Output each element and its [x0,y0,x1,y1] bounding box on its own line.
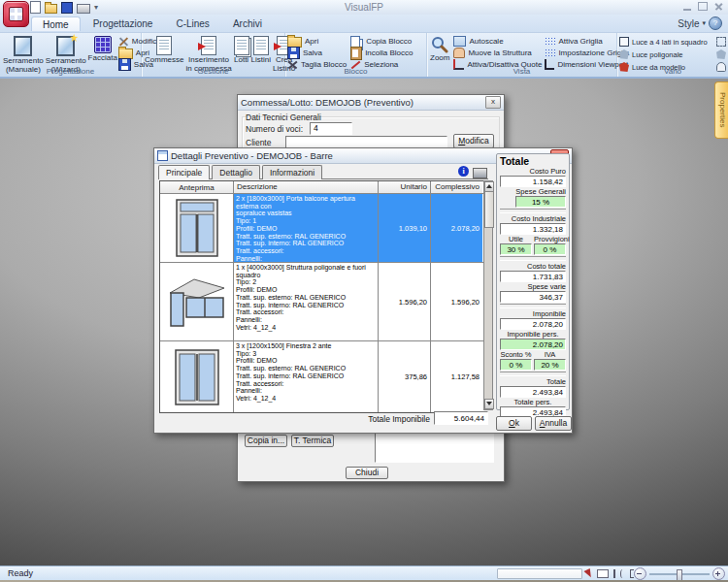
table-scrollbar[interactable] [483,180,493,410]
table-row[interactable]: 3 x [1200x1500] Finestra 2 ante Tipo: 3 … [160,341,484,412]
window-buttons [683,2,723,11]
lotti-button[interactable]: Lotti [233,35,250,65]
sconto-label: Sconto % [500,350,532,359]
snap-icon[interactable] [597,569,609,578]
modifica-dialog-button[interactable]: Modifica [453,134,494,148]
annulla-button[interactable]: Annulla [535,416,572,431]
scrollbar-thumb[interactable] [484,191,494,228]
minimize-icon[interactable] [683,9,691,11]
incolla-blocco-button[interactable]: Incolla Blocco [350,48,413,58]
row-preview-cell [160,263,234,340]
ibeam-icon[interactable] [613,569,615,578]
costo-totale-field: 1.731,83 [500,271,566,282]
window-wizard-icon [56,36,75,56]
commesse-button[interactable]: Commesse [144,35,184,65]
properties-side-tab[interactable]: Properties [714,81,728,139]
commessa-close-button[interactable]: x [485,96,501,109]
zoom-slider-thumb[interactable] [677,569,682,581]
style-dropdown[interactable]: Style ▾ ? [678,16,722,30]
polygon-variant-icon[interactable] [716,49,726,59]
pointer-icon[interactable] [583,567,593,578]
zoom-in-icon[interactable] [712,567,725,580]
provvigioni-field[interactable]: 0 % [534,243,566,255]
blocco-salva-button[interactable]: Salva [287,48,347,58]
tab-home[interactable]: Home [31,16,81,31]
save-icon[interactable] [61,2,73,14]
zoom-slider-track[interactable] [649,573,710,575]
zoom-button[interactable]: Zoom [429,35,450,63]
header-unitario[interactable]: Unitario [379,181,431,193]
tab-dettaglio[interactable]: Dettaglio [212,165,260,179]
header-anteprima[interactable]: Anteprima [160,181,234,193]
utile-field[interactable]: 30 % [500,243,532,255]
sconto-field[interactable]: 0 % [500,359,532,371]
pricelist-icon [253,36,269,55]
polygon-opening-icon [619,49,629,59]
spese-generali-field[interactable]: 15 % [515,196,566,208]
info-icon[interactable]: i [458,166,469,177]
totale-imponibile-value: 5.604,44 [434,411,488,425]
totale-panel: Totale Costo Puro 1.158,42 Spese General… [496,153,570,410]
arc-mode-icon[interactable] [620,569,625,578]
listini-button[interactable]: Listini [250,35,272,65]
tools-icon [118,36,129,47]
tab-c-lines[interactable]: C-Lines [165,16,219,31]
scroll-down-icon[interactable] [484,399,494,409]
help-icon[interactable]: ? [709,16,722,30]
close-window-icon[interactable] [714,2,723,11]
note-textarea[interactable] [375,432,494,463]
tab-principale[interactable]: Principale [158,165,210,179]
tab-progettazione[interactable]: Progettazione [83,16,164,31]
t-termica-button[interactable]: T. Termica [291,435,334,447]
muove-la-struttura-button[interactable]: Muove la Struttura [453,48,542,58]
costo-totale-label: Costo totale [500,262,566,271]
imponibile-field: 2.078,20 [500,318,566,330]
grid-dots-icon [545,37,555,46]
application-menu-button[interactable] [3,1,29,27]
table-row[interactable]: 2 x [1800x3000] Porta balcone apertura e… [160,194,484,263]
imponibile-pers-field[interactable]: 2.078,20 [500,339,566,350]
struttura-poligonale-preview-icon [167,275,227,328]
copia-in-button[interactable]: Copia in... [245,435,287,447]
save-floppy-icon [287,47,300,59]
costo-puro-label: Costo Puro [500,167,566,176]
copia-blocco-button[interactable]: Copia Blocco [350,36,413,47]
luce-poligonale-button[interactable]: Luce poligonale [619,48,726,60]
dashed-square-icon[interactable] [716,37,726,47]
print-icon[interactable] [77,4,90,14]
new-document-icon[interactable] [30,1,41,14]
print-icon[interactable] [473,168,487,178]
spese-varie-field: 346,37 [500,291,566,303]
header-descrizione[interactable]: Descrizione [234,181,379,193]
iva-field[interactable]: 20 % [534,359,566,371]
autoscale-button[interactable]: Autoscale [453,36,542,47]
window-title: VisualFP [0,2,728,13]
row-preview-cell [160,194,234,262]
commessa-dialog-titlebar[interactable]: Commessa/Lotto: DEMOJOB (Preventivo) x [238,95,504,111]
tab-informazioni[interactable]: Informazioni [262,165,322,179]
table-row[interactable]: 1 x [4000x3000] Struttura poligonale e f… [160,263,484,341]
preventivo-table: Anteprima Descrizione Unitario Complessi… [159,180,484,413]
table-header-row: Anteprima Descrizione Unitario Complessi… [160,181,484,194]
luce-4-lati-button[interactable]: Luce a 4 lati in squadro [619,36,726,48]
maximize-icon[interactable] [698,2,708,11]
paste-clipboard-icon [350,47,362,60]
header-complessivo[interactable]: Complessivo [431,181,482,193]
numero-voci-field[interactable]: 4 [310,122,352,135]
tab-archivi[interactable]: Archivi [222,16,273,31]
chiudi-button[interactable]: Chiudi [346,467,388,479]
application-window: VisualFP ▾ Home Progettazione C-Lines Ar… [0,0,728,582]
ribbon-group-vano: Luce a 4 lati in squadro Luce poligonale… [617,33,728,77]
spese-generali-label: Spese Generali [500,187,566,196]
separator [500,372,566,376]
blocco-apri-button[interactable]: Apri [287,36,347,47]
section-title: Dati Tecnici Generali [246,113,321,122]
group-label-blocco: Blocco [285,67,426,77]
zoom-out-icon[interactable] [634,567,646,580]
ribbon-group-blocco: Apri Salva Taglia Blocco Copia Blocco [285,33,427,77]
costo-industriale-label: Costo Industriale [500,214,566,223]
open-folder-icon[interactable] [45,4,57,14]
facciata-button[interactable]: Facciata [87,35,118,63]
ok-button[interactable]: Ok [496,416,532,431]
qat-customize-dropdown-icon[interactable]: ▾ [94,1,98,14]
